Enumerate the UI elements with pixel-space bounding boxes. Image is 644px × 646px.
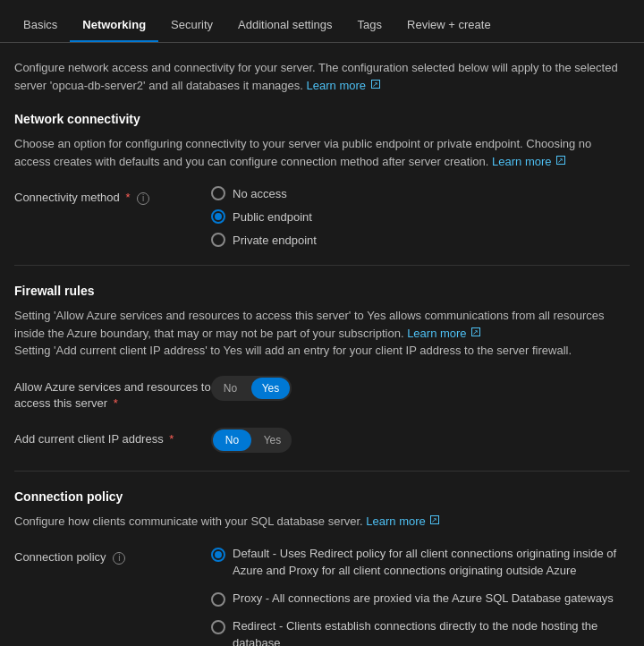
radio-public-endpoint-circle[interactable]	[211, 209, 225, 224]
connectivity-method-row: Connectivity method * i No access Public…	[14, 186, 630, 247]
main-content: Configure network access and connectivit…	[0, 43, 644, 646]
add-client-ip-label: Add current client IP address *	[14, 428, 211, 447]
info-icon-connection-policy[interactable]: i	[113, 552, 125, 565]
radio-private-endpoint-label: Private endpoint	[233, 234, 317, 247]
divider-1	[14, 265, 630, 266]
allow-azure-toggle-container: No Yes	[211, 376, 630, 401]
policy-option-proxy[interactable]: Proxy - All connections are proxied via …	[211, 591, 630, 608]
firewall-rules-section: Firewall rules Setting 'Allow Azure serv…	[14, 284, 630, 453]
radio-public-endpoint-label: Public endpoint	[233, 210, 312, 224]
intro-learn-more-link[interactable]: Learn more	[307, 79, 380, 92]
tab-networking[interactable]: Networking	[70, 7, 158, 42]
connectivity-method-control: No access Public endpoint Private endpoi…	[211, 186, 630, 247]
external-link-icon	[371, 80, 380, 89]
policy-redirect-label: Redirect - Clients establish connections…	[233, 618, 630, 646]
divider-2	[14, 471, 630, 472]
tab-security[interactable]: Security	[158, 7, 225, 42]
info-icon-connectivity[interactable]: i	[137, 192, 149, 205]
tab-review-create[interactable]: Review + create	[394, 7, 504, 42]
policy-option-redirect[interactable]: Redirect - Clients establish connections…	[211, 618, 630, 646]
radio-private-endpoint-circle[interactable]	[211, 233, 225, 247]
network-connectivity-heading: Network connectivity	[14, 112, 630, 126]
allow-azure-toggle[interactable]: No Yes	[211, 376, 292, 401]
tab-additional-settings[interactable]: Additional settings	[225, 7, 345, 42]
network-connectivity-learn-more-link[interactable]: Learn more	[492, 155, 565, 168]
add-client-ip-toggle-no[interactable]: No	[213, 429, 251, 451]
firewall-learn-more-link[interactable]: Learn more	[407, 327, 480, 340]
network-connectivity-ext-icon	[556, 156, 565, 165]
intro-paragraph: Configure network access and connectivit…	[14, 59, 630, 94]
add-client-ip-toggle-container: No Yes	[211, 428, 630, 453]
allow-azure-toggle-no[interactable]: No	[211, 378, 250, 398]
firewall-description: Setting 'Allow Azure services and resour…	[14, 307, 630, 360]
radio-no-access-label: No access	[233, 187, 287, 200]
allow-azure-toggle-yes[interactable]: Yes	[251, 378, 290, 399]
add-client-ip-row: Add current client IP address * No Yes	[14, 428, 630, 453]
radio-no-access-circle[interactable]	[211, 186, 225, 200]
tab-bar: Basics Networking Security Additional se…	[0, 0, 644, 43]
radio-redirect-circle[interactable]	[211, 620, 225, 634]
connection-policy-learn-more-link[interactable]: Learn more	[366, 514, 439, 528]
connection-policy-options: Default - Uses Redirect policy for all c…	[211, 546, 630, 646]
add-client-ip-toggle[interactable]: No Yes	[211, 428, 292, 453]
radio-option-public-endpoint[interactable]: Public endpoint	[211, 209, 630, 224]
connection-policy-ext-icon	[430, 515, 439, 524]
connectivity-method-label: Connectivity method * i	[14, 186, 211, 206]
tab-basics[interactable]: Basics	[11, 7, 70, 42]
connection-policy-description: Configure how clients communicate with y…	[14, 513, 630, 531]
policy-option-default[interactable]: Default - Uses Redirect policy for all c…	[211, 546, 630, 580]
policy-default-label: Default - Uses Redirect policy for all c…	[233, 546, 630, 580]
add-client-ip-toggle-yes[interactable]: Yes	[253, 430, 292, 450]
allow-azure-required: *	[114, 396, 118, 410]
add-client-ip-required: *	[169, 432, 174, 446]
firewall-ext-icon	[471, 327, 480, 336]
required-indicator: *	[125, 191, 130, 204]
radio-option-no-access[interactable]: No access	[211, 186, 630, 200]
allow-azure-row: Allow Azure services and resources to ac…	[14, 376, 630, 412]
network-connectivity-description: Choose an option for configuring connect…	[14, 135, 630, 170]
tab-tags[interactable]: Tags	[345, 7, 394, 42]
connection-policy-field-label: Connection policy i	[14, 546, 211, 565]
radio-option-private-endpoint[interactable]: Private endpoint	[211, 233, 630, 247]
connectivity-radio-group: No access Public endpoint Private endpoi…	[211, 186, 630, 247]
firewall-rules-heading: Firewall rules	[14, 284, 630, 298]
connection-policy-section: Connection policy Configure how clients …	[14, 489, 630, 646]
allow-azure-label: Allow Azure services and resources to ac…	[14, 376, 211, 412]
network-connectivity-section: Network connectivity Choose an option fo…	[14, 112, 630, 247]
radio-default-circle[interactable]	[211, 548, 225, 562]
connection-policy-heading: Connection policy	[14, 489, 630, 504]
policy-proxy-label: Proxy - All connections are proxied via …	[233, 591, 614, 608]
radio-proxy-circle[interactable]	[211, 592, 225, 607]
connection-policy-row: Connection policy i Default - Uses Redir…	[14, 546, 630, 646]
